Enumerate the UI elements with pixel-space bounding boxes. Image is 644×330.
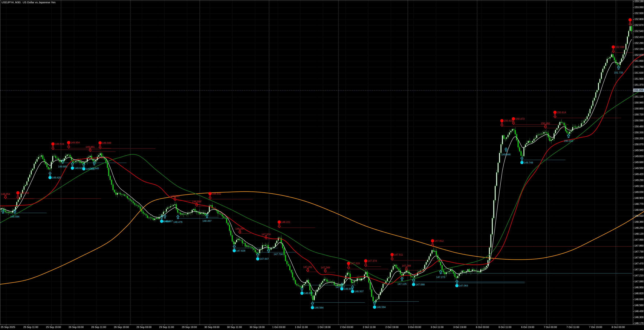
sell-signal-label: 148.842: [212, 192, 221, 195]
buy-signal-label: 146.897: [304, 292, 313, 294]
price-axis-label: 146.690: [634, 298, 644, 301]
price-axis-label: 149.030: [634, 190, 644, 194]
price-axis-label: 151.110: [634, 95, 644, 98]
buy-signal-label: 148.594: [10, 215, 20, 218]
buy-signal-label: 149.748: [524, 161, 533, 164]
price-axis-label: 151.890: [634, 60, 644, 62]
time-axis-label: 1 Oct 11:00: [295, 326, 308, 328]
buy-signal-label: 146.937: [354, 290, 364, 293]
price-axis-label: 150.590: [634, 119, 644, 122]
price-axis-label: 149.810: [634, 155, 644, 158]
buy-signal-label: 147.063: [459, 284, 468, 287]
price-axis-label: 146.820: [634, 292, 644, 295]
buy-signal-label: 148.497: [202, 220, 212, 222]
buy-signal-label: 146.584: [314, 306, 324, 309]
price-axis-label: 152.930: [634, 12, 644, 15]
sell-signal-label: 152.039: [615, 46, 624, 48]
price-axis-label: 149.550: [634, 167, 644, 170]
current-price-badge: 151.253: [633, 88, 644, 92]
sell-signal-label: 150.473: [516, 118, 525, 120]
price-axis-label: 150.070: [634, 143, 644, 146]
price-axis-label: 148.640: [634, 208, 644, 211]
time-axis-label: 25 Sep 19:00: [46, 326, 61, 328]
price-axis-label: 148.510: [634, 214, 644, 217]
time-axis-label: 29 Sep 11:00: [159, 326, 174, 328]
sell-signal-label: 149.924: [55, 142, 64, 146]
buy-signal-label: 149.646: [90, 167, 99, 170]
price-axis-label: 149.160: [634, 184, 644, 188]
buy-signal-label: 146.994: [344, 287, 353, 290]
buy-signal-label: 147.125: [398, 282, 407, 286]
price-axis-label: 148.120: [634, 232, 644, 235]
price-axis-label: 149.420: [634, 173, 644, 176]
time-axis-label: 7 Oct 03:00: [544, 326, 557, 328]
buy-signal-label: 149.420: [52, 176, 61, 179]
time-axis-label: 1 Oct 19:00: [318, 326, 330, 328]
price-axis-label: 150.330: [634, 131, 644, 134]
sell-signal-label: 148.221: [281, 220, 290, 224]
chart-title: USDJPY#, M30: US Dollar vs Japanese Yen: [2, 1, 56, 4]
price-axis-label: 146.560: [634, 304, 644, 307]
buy-signal-label: 147.647: [260, 258, 269, 260]
sell-signal-label: 147.261: [303, 266, 312, 268]
price-axis-label: 149.940: [634, 149, 644, 152]
buy-signal-label: 148.476: [173, 220, 182, 224]
price-axis-label: 146.300: [634, 316, 644, 318]
price-axis-label: 148.770: [634, 202, 644, 205]
price-axis-label: 149.290: [634, 179, 644, 182]
price-axis-label: 153.190: [634, 0, 644, 3]
price-axis-label: 152.670: [634, 24, 644, 26]
time-axis-label: 6 Oct 03:00: [476, 326, 489, 328]
sell-signal-label: 147.249: [321, 266, 330, 269]
time-axis-label: 30 Sep 11:00: [227, 326, 242, 328]
sell-signal-label: 147.511: [394, 253, 403, 256]
time-axis-label: 26 Sep 11:00: [91, 326, 106, 328]
price-axis-label: 150.200: [634, 137, 644, 140]
time-axis-label: 3 Oct 11:00: [431, 326, 444, 328]
buy-line-label: 147.017: [336, 286, 345, 288]
price-axis-label: 146.950: [634, 286, 644, 289]
time-axis-label: 7 Oct 19:00: [589, 326, 602, 328]
price-axis-label: 150.720: [634, 113, 644, 116]
sell-signal-label: 150.431: [504, 119, 513, 122]
sell-signal-label: 149.954: [70, 141, 80, 144]
price-axis-label: 147.730: [634, 250, 644, 253]
time-axis-label: 29 Sep 03:00: [136, 326, 152, 328]
sell-signal-label: 147.812: [434, 239, 444, 242]
buy-signal-label: 149.626: [74, 167, 84, 170]
time-axis-label: 8 Oct 03:00: [612, 326, 625, 328]
buy-signal-label: 146.594: [376, 306, 386, 308]
sell-signal-label: 148.810: [170, 194, 180, 198]
time-axis-label: 2 Oct 19:00: [386, 326, 398, 328]
buy-signal-label: 150.243: [564, 140, 573, 142]
sell-signal-label: 148.688: [192, 200, 201, 203]
price-axis-label: 152.540: [634, 30, 644, 32]
time-axis-label: 1 Oct 03:00: [272, 326, 285, 328]
sell-signal-label: 150.392: [541, 122, 550, 125]
buy-signal-label: 151.733: [614, 71, 623, 74]
price-axis-label: 147.210: [634, 274, 644, 277]
time-axis-label: 6 Oct 19:00: [521, 326, 534, 328]
sell-signal-label: 148.097: [235, 227, 244, 230]
price-axis-label: 151.500: [634, 77, 644, 80]
price-axis-label: 153.060: [634, 6, 644, 9]
buy-signal-label: 148.486: [160, 220, 170, 223]
price-axis-label: 147.470: [634, 262, 644, 265]
price-axis-label: 147.600: [634, 256, 644, 259]
sell-signal-label: 147.319: [350, 262, 360, 265]
price-axis-label: 152.800: [634, 18, 644, 20]
buy-signal-label: 147.826: [236, 249, 246, 252]
time-axis-label: 25 Sep 2025: [1, 326, 15, 328]
time-axis-label: 7 Oct 11:00: [566, 326, 579, 328]
buy-signal-label: 149.946: [502, 153, 511, 156]
price-axis-label: 148.250: [634, 226, 644, 229]
time-axis-label: 30 Sep 03:00: [204, 326, 220, 328]
chart-window: USDJPY#, M30: US Dollar vs Japanese Yen …: [0, 0, 644, 330]
time-axis-label: 2 Oct 11:00: [363, 326, 376, 328]
time-axis-label: 25 Sep 11:00: [23, 326, 38, 328]
chart-canvas[interactable]: [0, 0, 644, 330]
price-axis-label: 151.760: [634, 66, 644, 68]
time-axis-label: 6 Oct 11:00: [498, 326, 512, 328]
time-axis-label: 3 Oct 19:00: [453, 326, 466, 328]
time-axis-label: 3 Oct 03:00: [408, 326, 421, 328]
